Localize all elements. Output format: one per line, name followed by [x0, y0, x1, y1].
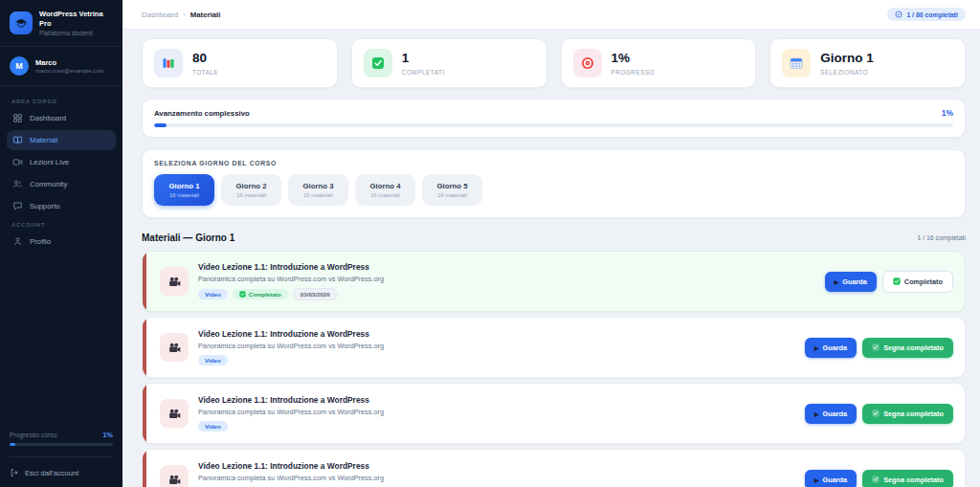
video-badge: Video — [198, 421, 228, 432]
logout-icon — [10, 468, 19, 477]
sidebar-item-lezioni-live[interactable]: Lezioni Live — [7, 152, 116, 172]
day-selector-title: SELEZIONA GIORNO DEL CORSO — [154, 160, 953, 166]
day-button-giorno-3[interactable]: Giorno 3 16 materiali — [288, 174, 348, 206]
check-circle-icon — [895, 11, 902, 18]
stat-card-completati: 1 COMPLETATI — [351, 38, 547, 88]
mark-complete-button[interactable]: Segna completato — [862, 338, 953, 358]
sidebar-item-label: Community — [30, 180, 67, 188]
sidebar-item-community[interactable]: Community — [7, 174, 116, 194]
overall-progress-label: Avanzamento complessivo — [154, 109, 250, 118]
material-title: Video Lezione 1.1: Introduzione a WordPr… — [198, 329, 805, 339]
day-button-giorno-4[interactable]: Giorno 4 16 materiali — [355, 174, 415, 206]
video-badge: Video — [198, 355, 228, 365]
watch-button[interactable]: ▶ Guarda — [805, 404, 857, 424]
check-icon — [364, 49, 392, 77]
accent-bar — [143, 384, 146, 443]
overall-progress-card: Avanzamento complessivo 1% — [142, 99, 966, 138]
play-icon: ▶ — [814, 344, 819, 351]
stats-row: 80 TOTALE 1 COMPLETATI — [142, 38, 966, 88]
completed-badge: Completato — [233, 289, 288, 299]
stat-value: 1 — [402, 51, 445, 66]
play-icon: ▶ — [835, 278, 839, 285]
breadcrumb-dashboard[interactable]: Dashboard — [142, 11, 178, 19]
video-badge: Video — [198, 289, 228, 299]
accent-bar — [143, 318, 146, 377]
mark-complete-button[interactable]: Segna completato — [862, 470, 953, 487]
sidebar-item-label: Dashboard — [30, 114, 66, 122]
material-actions: ▶ Guarda Segna completato — [805, 470, 953, 487]
materials-counter: 1 / 16 completati — [917, 234, 966, 241]
watch-button[interactable]: ▶ Guarda — [805, 470, 857, 487]
material-badges: Video — [198, 421, 805, 432]
person-icon — [12, 236, 23, 247]
app-title: WordPress Vetrina Pro — [39, 10, 113, 29]
day-sublabel: 16 materiali — [169, 192, 199, 198]
sidebar-footer: Progresso corso 1% Esci dall'account — [0, 422, 122, 487]
material-badges: Video Completato 03/03/2026 — [198, 288, 825, 300]
logout-button[interactable]: Esci dall'account — [10, 456, 113, 477]
sidebar-item-materiali[interactable]: Materiali — [7, 130, 116, 150]
movie-camera-icon — [160, 465, 189, 487]
sidebar-item-dashboard[interactable]: Dashboard — [7, 108, 116, 128]
day-sublabel: 16 materiali — [370, 192, 400, 198]
material-title: Video Lezione 1.1: Introduzione a WordPr… — [198, 262, 825, 272]
material-description: Panoramica completa su WordPress.com vs … — [198, 474, 805, 482]
app-window: WordPress Vetrina Pro Piattaforma studen… — [0, 0, 980, 487]
main-area: Dashboard › Materiali 1 / 80 completati … — [122, 0, 980, 487]
check-square-icon — [872, 476, 880, 483]
material-description: Panoramica completa su WordPress.com vs … — [198, 342, 805, 350]
material-description: Panoramica completa su WordPress.com vs … — [198, 408, 805, 416]
movie-camera-icon — [160, 333, 189, 362]
day-label: Giorno 2 — [235, 182, 266, 190]
stat-label: COMPLETATI — [402, 69, 445, 76]
material-card: Video Lezione 1.1: Introduzione a WordPr… — [142, 449, 966, 487]
day-sublabel: 16 materiali — [303, 192, 333, 198]
nav-section-label: ACCOUNT — [11, 222, 111, 228]
stat-value: Giorno 1 — [820, 51, 874, 66]
play-icon: ▶ — [814, 476, 819, 483]
graduation-cap-icon — [10, 11, 33, 34]
date-badge: 03/03/2026 — [293, 288, 338, 300]
calendar-icon — [782, 49, 811, 77]
stat-label: TOTALE — [192, 69, 218, 76]
sidebar-item-supporto[interactable]: Supporto — [7, 196, 116, 216]
material-actions: ▶ Guarda Segna completato — [805, 338, 953, 358]
breadcrumb-separator: › — [183, 11, 186, 19]
logout-label: Esci dall'account — [25, 469, 78, 477]
check-square-icon — [239, 291, 246, 298]
material-card: Video Lezione 1.1: Introduzione a WordPr… — [142, 251, 966, 312]
accent-bar — [143, 252, 146, 311]
user-email: marco.rossi@example.com — [35, 68, 103, 74]
day-button-giorno-5[interactable]: Giorno 5 16 materiali — [422, 174, 482, 206]
material-badges: Video — [198, 355, 805, 365]
materials-heading: Materiali — Giorno 1 — [142, 232, 234, 243]
sidebar: WordPress Vetrina Pro Piattaforma studen… — [0, 0, 122, 487]
sidebar-item-profilo[interactable]: Profilo — [7, 232, 116, 252]
chat-icon — [12, 201, 23, 211]
material-actions: ▶ Guarda Completato — [825, 271, 953, 293]
check-square-icon — [872, 410, 880, 417]
movie-camera-icon — [160, 267, 189, 296]
content: 80 TOTALE 1 COMPLETATI — [122, 30, 980, 487]
day-button-giorno-2[interactable]: Giorno 2 16 materiali — [221, 174, 281, 206]
day-selector-row: Giorno 1 16 materiali Giorno 2 16 materi… — [154, 174, 953, 206]
brand: WordPress Vetrina Pro Piattaforma studen… — [0, 0, 122, 47]
watch-button[interactable]: ▶ Guarda — [805, 338, 857, 358]
stat-value: 1% — [612, 51, 656, 66]
day-selector-card: SELEZIONA GIORNO DEL CORSO Giorno 1 16 m… — [142, 149, 966, 218]
mark-complete-button[interactable]: Segna completato — [862, 404, 953, 424]
completion-badge[interactable]: 1 / 80 completati — [887, 8, 966, 21]
people-icon — [12, 179, 23, 189]
watch-button[interactable]: ▶ Guarda — [825, 272, 877, 292]
avatar: M — [10, 56, 29, 76]
material-description: Panoramica completa su WordPress.com vs … — [198, 275, 825, 283]
overall-progress-value: 1% — [942, 108, 953, 118]
topbar: Dashboard › Materiali 1 / 80 completati — [122, 0, 980, 30]
play-icon: ▶ — [814, 410, 819, 417]
materials-heading-row: Materiali — Giorno 1 1 / 16 completati — [142, 232, 966, 243]
day-sublabel: 16 materiali — [236, 192, 266, 198]
completed-button[interactable]: Completato — [882, 271, 953, 293]
day-button-giorno-1[interactable]: Giorno 1 16 materiali — [154, 174, 214, 206]
day-label: Giorno 3 — [302, 182, 333, 190]
stat-card-progresso: 1% PROGRESSO — [561, 38, 757, 88]
